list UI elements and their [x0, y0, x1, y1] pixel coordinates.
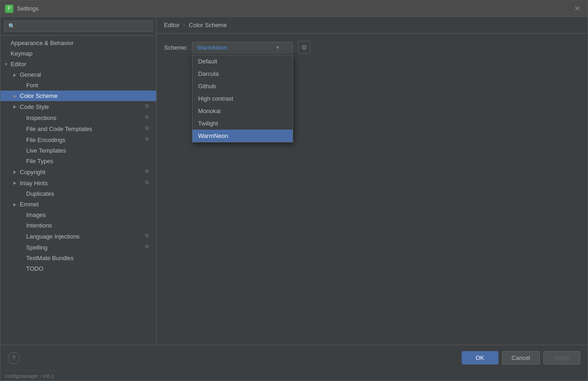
copy-icon: ⧉: [145, 103, 153, 110]
search-bar: [0, 17, 156, 36]
sidebar-item-label: Language Injections: [26, 233, 145, 240]
sidebar-item-label: Inlay Hints: [20, 180, 145, 187]
scheme-dropdown-button[interactable]: WarmNeon ▼: [192, 42, 293, 53]
sidebar-item-emmet[interactable]: ▶Emmet: [0, 199, 156, 210]
app-icon: P: [5, 5, 13, 13]
breadcrumb-separator: ›: [183, 22, 185, 28]
scheme-label: Scheme:: [164, 44, 187, 51]
sidebar-item-todo[interactable]: TODO: [0, 263, 156, 274]
sidebar-item-label: Spelling: [26, 244, 145, 251]
sidebar-item-label: TODO: [26, 265, 153, 272]
search-input[interactable]: [4, 21, 153, 32]
sidebar-item-label: Font: [26, 82, 153, 89]
copy-icon: ⧉: [145, 233, 153, 240]
apply-button[interactable]: Apply: [543, 351, 580, 364]
sidebar-item-inlay-hints[interactable]: ▶Inlay Hints⧉: [0, 177, 156, 188]
copy-icon: ⧉: [145, 136, 153, 143]
sidebar-item-label: Copyright: [20, 169, 145, 176]
sidebar-item-general[interactable]: ▶General: [0, 69, 156, 80]
sidebar-item-editor[interactable]: ▼Editor: [0, 59, 156, 69]
sidebar-item-label: Editor: [11, 61, 153, 68]
arrow-icon: ▶: [13, 104, 20, 109]
close-button[interactable]: ✕: [571, 3, 583, 14]
sidebar-item-label: Appearance & Behavior: [11, 40, 153, 46]
sidebar-item-label: Code Style: [20, 103, 145, 110]
sidebar-item-label: Live Templates: [26, 147, 153, 154]
sidebar-item-label: Intentions: [26, 222, 153, 229]
arrow-icon: ▶: [13, 73, 20, 77]
sidebar-item-copyright[interactable]: ▶Copyright⧉: [0, 166, 156, 177]
main-area: Scheme: WarmNeon ▼ DefaultDarculaGithubH…: [157, 34, 588, 345]
sidebar-item-label: Color Scheme: [20, 92, 153, 99]
sidebar-item-intentions[interactable]: Intentions: [0, 220, 156, 231]
sidebar-item-label: Images: [26, 211, 153, 218]
sidebar-item-label: Duplicates: [26, 190, 153, 197]
chevron-down-icon: ▼: [275, 45, 280, 50]
arrow-icon: ▼: [4, 62, 11, 67]
sidebar-item-keymap[interactable]: Keymap: [0, 48, 156, 59]
scheme-select-wrapper: WarmNeon ▼ DefaultDarculaGithubHigh cont…: [192, 42, 293, 53]
bottom-bar: ? OK Cancel Apply: [0, 345, 588, 370]
sidebar-item-label: TextMate Bundles: [26, 255, 153, 262]
copy-icon: ⧉: [145, 244, 153, 251]
sidebar-item-label: Keymap: [11, 50, 153, 57]
ok-button[interactable]: OK: [462, 351, 498, 364]
status-bar: configmanager › init (): [0, 370, 588, 381]
arrow-icon: ▶: [13, 202, 20, 207]
bottom-bar-right: OK Cancel Apply: [462, 351, 580, 364]
sidebar-item-label: Emmet: [20, 201, 153, 208]
dialog-title: Settings: [17, 5, 571, 12]
sidebar-item-live-templates[interactable]: Live Templates: [0, 145, 156, 156]
copy-icon: ⧉: [145, 179, 153, 187]
scheme-dropdown-list: DefaultDarculaGithubHigh contrastMonokai…: [192, 55, 293, 142]
arrow-icon: ▶: [13, 94, 20, 98]
dropdown-item-warmneon[interactable]: WarmNeon: [192, 130, 293, 142]
arrow-icon: ▶: [13, 181, 20, 185]
sidebar-item-textmate-bundles[interactable]: TextMate Bundles: [0, 253, 156, 263]
sidebar-item-label: File Encodings: [26, 136, 145, 143]
dropdown-item-high-contrast[interactable]: High contrast: [192, 92, 293, 105]
content-area: Editor › Color Scheme Scheme: WarmNeon ▼…: [157, 17, 588, 345]
nav-tree: Appearance & BehaviorKeymap▼Editor▶Gener…: [0, 36, 156, 345]
arrow-icon: ▶: [13, 170, 20, 174]
sidebar-item-appearance[interactable]: Appearance & Behavior: [0, 38, 156, 48]
cancel-button[interactable]: Cancel: [502, 351, 540, 364]
sidebar-item-inspections[interactable]: Inspections⧉: [0, 112, 156, 123]
dropdown-item-default[interactable]: Default: [192, 55, 293, 68]
dropdown-item-twilight[interactable]: Twilight: [192, 117, 293, 130]
sidebar-item-duplicates[interactable]: Duplicates: [0, 188, 156, 199]
status-text: configmanager › init (): [5, 373, 54, 379]
dropdown-item-darcula[interactable]: Darcula: [192, 68, 293, 80]
sidebar-item-file-types[interactable]: File Types: [0, 156, 156, 166]
dropdown-item-github[interactable]: Github: [192, 80, 293, 92]
sidebar-item-language-injections[interactable]: Language Injections⧉: [0, 231, 156, 242]
sidebar-item-label: Inspections: [26, 114, 145, 121]
breadcrumb-current: Color Scheme: [189, 22, 226, 28]
breadcrumb: Editor › Color Scheme: [157, 17, 588, 34]
sidebar: Appearance & BehaviorKeymap▼Editor▶Gener…: [0, 17, 157, 345]
scheme-row: Scheme: WarmNeon ▼ DefaultDarculaGithubH…: [164, 41, 580, 54]
help-button[interactable]: ?: [8, 352, 20, 364]
settings-dialog: P Settings ✕ Appearance & BehaviorKeymap…: [0, 0, 588, 381]
copy-icon: ⧉: [145, 125, 153, 132]
copy-icon: ⧉: [145, 114, 153, 121]
dialog-body: Appearance & BehaviorKeymap▼Editor▶Gener…: [0, 17, 588, 345]
sidebar-item-label: File Types: [26, 158, 153, 165]
sidebar-item-font[interactable]: Font: [0, 80, 156, 91]
gear-button[interactable]: ⚙: [298, 41, 311, 54]
bottom-bar-left: ?: [8, 352, 20, 364]
sidebar-item-color-scheme[interactable]: ▶Color Scheme: [0, 91, 156, 101]
scheme-selected-value: WarmNeon: [197, 44, 227, 51]
title-bar: P Settings ✕: [0, 0, 588, 17]
copy-icon: ⧉: [145, 168, 153, 176]
sidebar-item-file-encodings[interactable]: File Encodings⧉: [0, 134, 156, 145]
breadcrumb-parent: Editor: [164, 22, 180, 28]
gear-icon: ⚙: [301, 44, 307, 51]
sidebar-item-file-code-templates[interactable]: File and Code Templates⧉: [0, 123, 156, 134]
sidebar-item-spelling[interactable]: Spelling⧉: [0, 242, 156, 253]
sidebar-item-images[interactable]: Images: [0, 210, 156, 220]
sidebar-item-label: File and Code Templates: [26, 125, 145, 132]
sidebar-item-code-style[interactable]: ▶Code Style⧉: [0, 101, 156, 112]
dropdown-item-monokai[interactable]: Monokai: [192, 105, 293, 117]
sidebar-item-label: General: [20, 71, 153, 78]
